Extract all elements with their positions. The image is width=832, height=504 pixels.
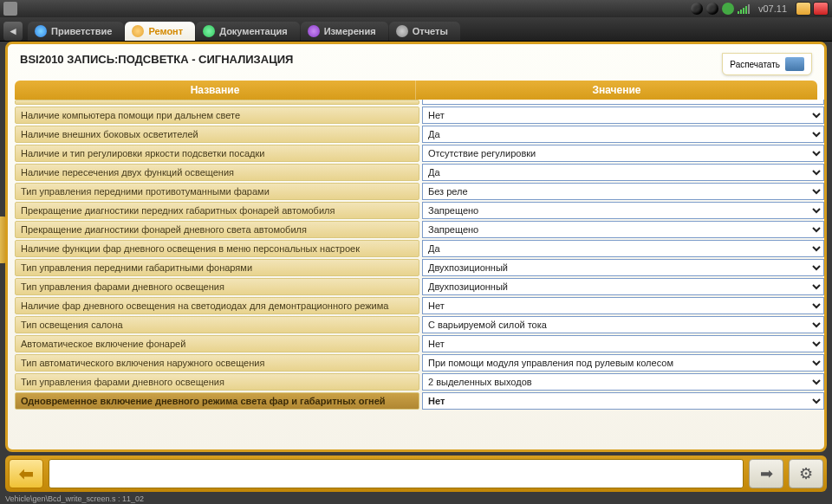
- param-value-select[interactable]: Отсутствие регулировки: [422, 145, 824, 162]
- signal-icon: [738, 3, 750, 14]
- param-name: Наличие внешних боковых осветителей: [15, 126, 419, 143]
- back-button[interactable]: ⬅: [9, 459, 43, 488]
- table-row: Наличие функции фар дневного освещения в…: [15, 240, 824, 257]
- tab-label: Отчеты: [413, 26, 448, 36]
- param-name: Наличие и тип регулировки яркости подсве…: [15, 145, 419, 162]
- forward-button[interactable]: ➡: [749, 459, 783, 488]
- minimize-button[interactable]: [796, 2, 811, 16]
- main-panel: BSI2010 ЗАПИСЬ:ПОДСВЕТКА - СИГНАЛИЗАЦИЯ …: [5, 42, 827, 452]
- param-name: Тип автоматического включения наружного …: [15, 354, 419, 372]
- table-row: Наличие и тип регулировки яркости подсве…: [15, 145, 824, 162]
- close-button[interactable]: [813, 2, 829, 16]
- param-name: Наличие пересечения двух функций освещен…: [15, 164, 419, 181]
- param-name: Автоматическое включение фонарей: [15, 335, 419, 352]
- param-value-select[interactable]: Без реле: [422, 183, 824, 200]
- print-label: Распечатать: [730, 60, 780, 69]
- print-button[interactable]: Распечатать: [722, 53, 812, 75]
- param-name: Тип управления передними габаритными фон…: [15, 259, 419, 276]
- page-title: BSI2010 ЗАПИСЬ:ПОДСВЕТКА - СИГНАЛИЗАЦИЯ: [20, 53, 293, 66]
- tab-icon: [396, 25, 408, 37]
- table-row: Наличие внешних боковых осветителейДа: [15, 126, 824, 143]
- table-row: Одновременное включение дневного режима …: [15, 392, 824, 410]
- printer-icon: [785, 57, 804, 71]
- tab-icon: [308, 25, 320, 37]
- table-row: Тип управления фарами дневного освещения…: [15, 373, 824, 391]
- tab-1[interactable]: Ремонт: [125, 22, 195, 41]
- param-name: Наличие компьютера помощи при дальнем св…: [15, 107, 419, 124]
- param-name: Одновременное включение дневного режима …: [15, 392, 419, 410]
- table-row: Наличие пересечения двух функций освещен…: [15, 164, 824, 181]
- tab-0[interactable]: Приветствие: [28, 22, 124, 41]
- param-value-select[interactable]: Двухпозиционный: [422, 278, 824, 295]
- table-row: Тип освещения салонаС варьируемой силой …: [15, 316, 824, 333]
- desktop-taskbar: v07.11: [0, 0, 832, 17]
- table-row: Автоматическое включение фонарейНет: [15, 335, 824, 352]
- param-value-select[interactable]: 2 выделенных выходов: [422, 373, 824, 391]
- param-value-select[interactable]: Нет: [422, 335, 824, 352]
- table-row: Тип управления фарами дневного освещения…: [15, 278, 824, 295]
- param-name: Тип управления фарами дневного освещения: [15, 373, 419, 391]
- param-value-select[interactable]: При помощи модуля управления под рулевым…: [422, 354, 824, 372]
- col-name-header: Название: [15, 81, 416, 100]
- nav-back-button[interactable]: ◄: [3, 22, 23, 41]
- table-row: Тип управления передними габаритными фон…: [15, 259, 824, 276]
- tray-icon[interactable]: [706, 3, 718, 15]
- tabs-bar: ◄ ПриветствиеРемонтДокументацияИзмерения…: [0, 17, 832, 42]
- param-value-select[interactable]: Да: [422, 164, 824, 181]
- status-input[interactable]: [49, 459, 744, 488]
- tab-label: Приветствие: [51, 26, 112, 36]
- table-row: Наличие фар дневного освещения на светод…: [15, 297, 824, 314]
- param-name: Тип управления передними противотуманным…: [15, 183, 419, 200]
- version-label: v07.11: [758, 3, 787, 14]
- param-value-select[interactable]: Запрещено: [422, 221, 824, 238]
- table-row: Тип автоматического включения наружного …: [15, 354, 824, 372]
- app-logo-icon: [3, 2, 17, 16]
- tray-status-icon[interactable]: [722, 3, 734, 15]
- table-row: Тип управления передними противотуманным…: [15, 183, 824, 200]
- param-name: Тип освещения салона: [15, 316, 419, 333]
- tab-2[interactable]: Документация: [196, 22, 300, 41]
- table-row: Наличие компьютера помощи при дальнем св…: [15, 107, 824, 124]
- param-name: Наличие функции фар дневного освещения в…: [15, 240, 419, 257]
- param-value-select[interactable]: Да: [422, 240, 824, 257]
- tab-4[interactable]: Отчеты: [389, 22, 460, 41]
- table-row: Прекращение диагностики передних габарит…: [15, 202, 824, 219]
- param-name: Тип управления фарами дневного освещения: [15, 278, 419, 295]
- tray-icon[interactable]: [691, 3, 703, 15]
- tab-label: Измерения: [324, 26, 376, 36]
- settings-button[interactable]: ⚙: [789, 459, 823, 488]
- param-name: Прекращение диагностики передних габарит…: [15, 202, 419, 219]
- param-value-select[interactable]: Запрещено: [422, 202, 824, 219]
- param-value-select[interactable]: Нет: [422, 392, 824, 410]
- param-name: Наличие фар дневного освещения на светод…: [15, 297, 419, 314]
- tab-icon: [132, 25, 144, 37]
- tab-icon: [35, 25, 47, 37]
- param-value-select[interactable]: Двухпозиционный: [422, 259, 824, 276]
- param-name: Прекращение диагностики фонарей дневного…: [15, 221, 419, 238]
- table-row: Прекращение диагностики фонарей дневного…: [15, 221, 824, 238]
- param-value-select[interactable]: Да: [422, 126, 824, 143]
- tab-3[interactable]: Измерения: [301, 22, 388, 41]
- bottom-toolbar: ⬅ ➡ ⚙: [5, 456, 827, 492]
- table-header: Название Значение: [15, 81, 817, 100]
- footer-path: Vehicle\gen\Bcd_write_screen.s : 11_02: [5, 494, 144, 503]
- param-value-select[interactable]: С варьируемой силой тока: [422, 316, 824, 333]
- tab-label: Ремонт: [148, 26, 183, 36]
- param-value-select[interactable]: Нет: [422, 107, 824, 124]
- param-value-select[interactable]: Нет: [422, 297, 824, 314]
- tab-label: Документация: [219, 26, 288, 36]
- tab-icon: [203, 25, 215, 37]
- table-body[interactable]: Наличие компьютера помощи при дальнем св…: [15, 100, 824, 446]
- col-value-header: Значение: [416, 81, 817, 100]
